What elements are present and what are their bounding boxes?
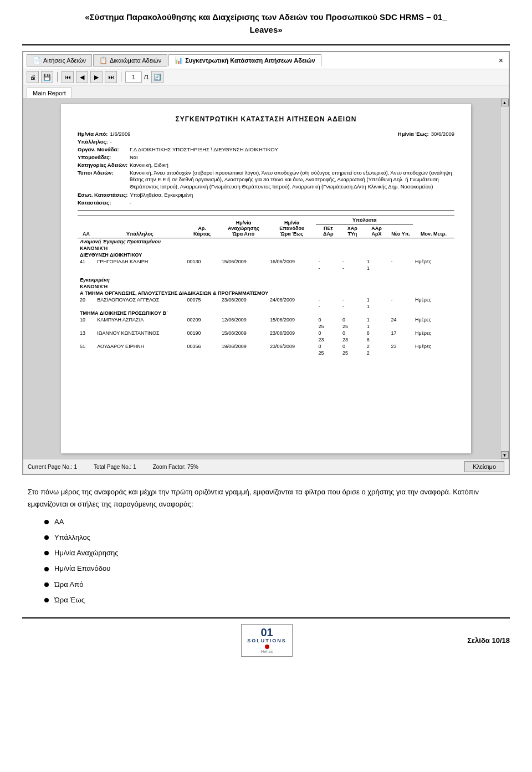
row41-v1: - <box>316 258 340 265</box>
bullet-list: ΑΑ Υπάλληλος Ημ/νία Αναχώρησης Ημ/νία Επ… <box>44 516 504 606</box>
row51-kartas: 00356 <box>185 343 219 350</box>
toolbar-separator-1 <box>57 72 58 82</box>
status-left: Current Page No.: 1 Total Page No.: 1 Zo… <box>28 464 198 470</box>
th-hm-anaxwrhshs: Ημ/νίαΑναχώρησηςΏρα Από <box>219 216 268 238</box>
scroll-up-arrow[interactable]: ▲ <box>501 99 509 106</box>
logo-dot <box>265 645 269 649</box>
list-item: Ημ/νία Αναχώρησης <box>44 547 504 559</box>
row10-v1: 0 <box>316 316 340 323</box>
row10-v4: 24 <box>388 316 413 323</box>
row41-sub2: - <box>340 265 365 272</box>
toolbar-page-total: /1 <box>144 74 149 80</box>
report-table: ΑΑ Υπάλληλος Αρ.Κάρτας Ημ/νίαΑναχώρησηςΏ… <box>78 216 454 356</box>
row13-mon: Ημέρες <box>413 330 454 336</box>
table-row-51-sub: 25 25 2 <box>78 350 454 356</box>
scrollbar-right[interactable]: ▲ ▼ <box>500 99 509 459</box>
total-page-label: Total Page No.: 1 <box>94 464 136 470</box>
row41-mon: Ημέρες <box>413 258 454 265</box>
row13-sub1: 23 <box>316 336 340 343</box>
meta-kateg-value: Κανονική, Ειδική <box>130 162 168 168</box>
list-item: Ώρα Από <box>44 579 504 591</box>
row10-anaxwrhsh: 12/06/2009 <box>219 316 268 323</box>
toolbar-page-input[interactable] <box>125 71 142 83</box>
row13-v3: 6 <box>365 330 389 336</box>
report-content-area: ▲ ▼ ΣΥΓΚΕΝΤΡΩΤΙΚΗ ΚΑΤΑΣΤΑΣΗ ΑΙΤΗΣΕΩΝ ΑΔΕ… <box>23 99 509 459</box>
row20-sub1: - <box>316 303 340 310</box>
row10-kartas: 00209 <box>185 316 219 323</box>
row13-kartas: 00190 <box>185 330 219 336</box>
section-anamoni-dept: ΔΙΕΥΘΥΝΣΗ ΔΙΟΙΚΗΤΙΚΟΥ <box>78 252 454 258</box>
row41-kartas: 00130 <box>185 258 219 265</box>
window-close-button[interactable]: × <box>497 56 505 65</box>
row20-anaxwrhsh: 23/06/2009 <box>219 296 268 303</box>
close-window-button[interactable]: Κλείσιμο <box>464 461 504 472</box>
tab-aitiseis[interactable]: 📄 Αιτήσεις Αδειών <box>27 54 92 67</box>
row10-epanodos: 15/06/2009 <box>268 316 316 323</box>
th-hm-epanodou: Ημ/νίαΕπανόδουΏρα Έως <box>268 216 316 238</box>
toolbar-print-button[interactable]: 🖨 <box>27 71 39 83</box>
bottom-paragraph: Στο πάνω μέρος της αναφοράς και μέχρι τη… <box>28 486 504 510</box>
row20-mon: Ημέρες <box>413 296 454 303</box>
tab-sygkentrwtiki[interactable]: 📊 Συγκεντρωτική Κατάσταση Αιτήσεων Αδειώ… <box>168 54 321 67</box>
table-row-41-sub: - - 1 <box>78 265 454 272</box>
section-egkekrimeni-dept2: ΤΜΗΜΑ ΔΙΟΙΚΗΣΗΣ ΠΡΟΣΩΠΙΚΟΥ Β΄ <box>78 310 454 316</box>
th-ar-kartas: Αρ.Κάρτας <box>185 216 219 238</box>
th-xar: ΧΑρΤΥη <box>340 224 365 238</box>
th-mon-metr: Μον. Μετρ. <box>413 216 454 238</box>
row51-epanodos: 23/06/2009 <box>268 343 316 350</box>
meta-hm-apo-label: Ημ/νία Από: <box>78 131 108 137</box>
current-page-label: Current Page No.: 1 <box>28 464 77 470</box>
title-divider <box>22 44 510 45</box>
list-item: ΑΑ <box>44 516 504 528</box>
report-page: ΣΥΓΚΕΝΤΡΩΤΙΚΗ ΚΑΤΑΣΤΑΣΗ ΑΙΤΗΣΕΩΝ ΑΔΕΙΩΝ … <box>61 104 471 453</box>
meta-kateg-label: Κατηγορίες Αδειών: <box>78 162 127 168</box>
row10-name: ΚΑΜΠΥΛΗ ΑΣΠΑΣΙΑ <box>95 316 185 323</box>
scroll-down-arrow[interactable]: ▼ <box>501 451 509 459</box>
toolbar-next-button[interactable]: ▶ <box>90 71 103 83</box>
row41-v3: 1 <box>365 258 389 265</box>
bullet-dot <box>44 520 49 524</box>
main-report-tab[interactable]: Main Report <box>27 88 72 98</box>
row20-aa: 20 <box>78 296 95 303</box>
row13-v1: 0 <box>316 330 340 336</box>
bullet-label: ΑΑ <box>54 516 64 528</box>
bottom-text: Στο πάνω μέρος της αναφοράς και μέχρι τη… <box>22 486 510 606</box>
meta-ypomona-label: Υπομονάδες: <box>78 154 127 160</box>
section-egkekrimeni-header: Εγκεκριμένη <box>78 272 454 283</box>
status-bar: Current Page No.: 1 Total Page No.: 1 Zo… <box>23 459 509 474</box>
th-aar: ΑΑρΑρΧ <box>365 224 389 238</box>
toolbar-refresh-button[interactable]: 🔄 <box>151 71 163 83</box>
toolbar-last-button[interactable]: ⏭ <box>105 71 117 83</box>
row20-v2: - <box>340 296 365 303</box>
section-egkekrimeni-subsection: Κανονική <box>78 283 454 290</box>
row51-v1: 0 <box>316 343 340 350</box>
row41-v4: - <box>388 258 413 265</box>
toolbar-first-button[interactable]: ⏮ <box>62 71 74 83</box>
row41-aa: 41 <box>78 258 95 265</box>
meta-hm-eos-value: 30/6/2009 <box>431 131 454 137</box>
row13-anaxwrhsh: 15/06/2009 <box>219 330 268 336</box>
th-ypoloipa: Υπόλοιπα <box>316 216 413 224</box>
toolbar-prev-button[interactable]: ◀ <box>76 71 88 83</box>
th-pier: ΠΕτΔΑρ <box>316 224 340 238</box>
bullet-dot <box>44 567 49 571</box>
section-egkekrimeni-dept1: Α ΤΜΗΜΑ ΟΡΓΑΝΩΣΗΣ, ΑΠΛΟΥΣΤΕΥΣΗΣ ΔΙΑΔΙΚΑΣ… <box>78 290 454 296</box>
page-footer: 01 SOLUTIONS Hellas Σελίδα 10/18 <box>22 617 510 657</box>
meta-hm-eos-label: Ημ/νία Έως: <box>398 131 429 137</box>
bullet-label: Υπάλληλος <box>54 531 90 544</box>
row20-name: ΒΑΣΙΛΟΠΟΥΛΟΣ ΑΓΓΕΛΟΣ <box>95 296 185 303</box>
row41-name: ΓΡΗΓΟΡΙΑΔΗ ΚΛΑΙΡΗ <box>95 258 185 265</box>
tab-dikaiomata[interactable]: 📋 Δικαιώματα Αδειών <box>93 54 167 67</box>
toolbar-save-button[interactable]: 💾 <box>41 71 53 83</box>
row41-epanodos: 16/06/2009 <box>268 258 316 265</box>
logo-solutions: SOLUTIONS <box>247 638 287 643</box>
app-titlebar: 📄 Αιτήσεις Αδειών 📋 Δικαιώματα Αδειών 📊 … <box>23 52 509 69</box>
row10-sub2: 25 <box>340 323 365 330</box>
row10-sub3: 1 <box>365 323 389 330</box>
row10-sub1: 25 <box>316 323 340 330</box>
row10-v3: 1 <box>365 316 389 323</box>
logo-hellas: Hellas <box>260 649 273 654</box>
table-row-20: 20 ΒΑΣΙΛΟΠΟΥΛΟΣ ΑΓΓΕΛΟΣ 00075 23/06/2009… <box>78 296 454 303</box>
zoom-label: Zoom Factor: 75% <box>153 464 198 470</box>
table-row-20-sub: - - 1 <box>78 303 454 310</box>
